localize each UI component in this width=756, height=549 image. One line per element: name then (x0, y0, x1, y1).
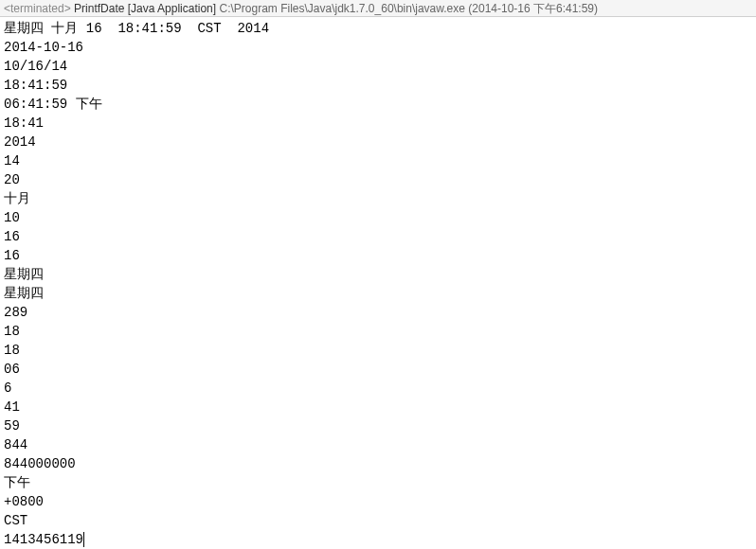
console-line: 14 (4, 151, 752, 170)
console-line: 18:41 (4, 114, 752, 133)
console-output[interactable]: 星期四 十月 16 18:41:59 CST 20142014-10-1610/… (0, 17, 756, 549)
console-line: 下午 (4, 473, 752, 492)
console-line: 10 (4, 208, 752, 227)
console-line: 59 (4, 416, 752, 435)
console-line: 星期四 十月 16 18:41:59 CST 2014 (4, 19, 752, 38)
console-line: 1413456119 (4, 530, 752, 549)
console-line: 6 (4, 379, 752, 398)
console-line: 18:41:59 (4, 76, 752, 95)
console-line: 16 (4, 246, 752, 265)
console-line: 18 (4, 322, 752, 341)
console-line: 2014 (4, 133, 752, 151)
console-line: 2014-10-16 (4, 38, 752, 57)
app-name: PrintfDate [Java Application] (74, 2, 219, 15)
console-line: 06 (4, 360, 752, 379)
text-cursor (83, 532, 84, 547)
console-line: 10/16/14 (4, 57, 752, 76)
executable-path: C:\Program Files\Java\jdk1.7.0_60\bin\ja… (219, 2, 468, 15)
console-line: +0800 (4, 492, 752, 511)
console-header: <terminated> PrintfDate [Java Applicatio… (0, 0, 756, 17)
console-line: 星期四 (4, 265, 752, 284)
console-line: 844000000 (4, 454, 752, 473)
console-line: 20 (4, 170, 752, 189)
console-line: 18 (4, 341, 752, 360)
console-line: 41 (4, 398, 752, 416)
console-text: 1413456119 (4, 532, 83, 547)
console-line: CST (4, 511, 752, 530)
console-line: 星期四 (4, 284, 752, 303)
console-line: 844 (4, 435, 752, 454)
console-line: 06:41:59 下午 (4, 95, 752, 114)
run-timestamp: (2014-10-16 下午6:41:59) (468, 2, 598, 15)
terminated-label: <terminated> (4, 2, 74, 15)
console-line: 十月 (4, 189, 752, 208)
console-line: 289 (4, 303, 752, 322)
console-line: 16 (4, 227, 752, 246)
